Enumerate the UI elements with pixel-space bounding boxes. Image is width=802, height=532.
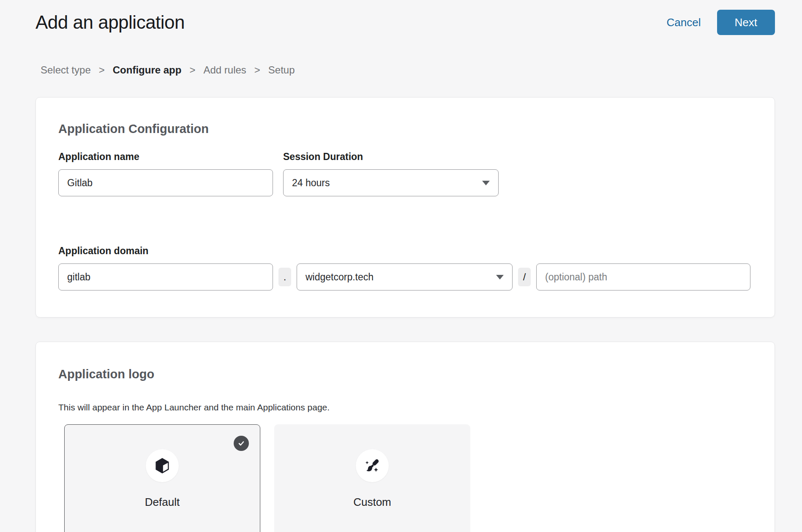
cube-icon — [153, 456, 172, 475]
logo-option-tiles: Default Custom — [64, 424, 750, 532]
page-header: Add an application Cancel Next — [0, 0, 802, 36]
breadcrumb-separator: > — [99, 64, 105, 76]
chevron-down-icon — [482, 181, 490, 185]
dot-separator: . — [278, 268, 291, 286]
logo-option-default[interactable]: Default — [64, 424, 260, 532]
domain-select-value: widgetcorp.tech — [306, 271, 374, 283]
logo-option-label: Custom — [353, 496, 391, 509]
breadcrumb-step-select-type[interactable]: Select type — [41, 64, 91, 76]
breadcrumb: Select type > Configure app > Add rules … — [41, 64, 802, 76]
application-name-field-group: Application name — [58, 151, 273, 196]
application-logo-card: Application logo This will appear in the… — [35, 342, 775, 532]
subdomain-input[interactable] — [58, 263, 273, 290]
cancel-button[interactable]: Cancel — [667, 16, 701, 29]
domain-select[interactable]: widgetcorp.tech — [297, 263, 513, 290]
application-domain-label: Application domain — [58, 245, 750, 257]
path-input[interactable] — [536, 263, 750, 290]
page-title: Add an application — [35, 12, 185, 33]
section-title-application-configuration: Application Configuration — [58, 122, 750, 136]
application-logo-description: This will appear in the App Launcher and… — [58, 402, 750, 413]
header-actions: Cancel Next — [667, 10, 775, 35]
breadcrumb-step-add-rules[interactable]: Add rules — [203, 64, 246, 76]
breadcrumb-step-configure-app[interactable]: Configure app — [113, 64, 182, 76]
slash-separator: / — [518, 268, 531, 286]
logo-option-custom[interactable]: Custom — [274, 424, 470, 532]
breadcrumb-separator: > — [189, 64, 195, 76]
application-name-label: Application name — [58, 151, 139, 162]
selected-check-icon — [234, 436, 249, 451]
name-duration-row: Application name Session Duration 24 hou… — [58, 151, 750, 196]
section-title-application-logo: Application logo — [58, 367, 750, 381]
application-domain-row: . widgetcorp.tech / — [58, 257, 750, 290]
default-logo-circle — [146, 449, 179, 482]
breadcrumb-separator: > — [254, 64, 260, 76]
session-duration-value: 24 hours — [292, 177, 330, 189]
next-button[interactable]: Next — [717, 10, 775, 35]
custom-logo-circle — [356, 449, 389, 482]
paintbrush-icon — [363, 456, 382, 475]
application-configuration-card: Application Configuration Application na… — [35, 97, 775, 318]
session-duration-label: Session Duration — [283, 151, 363, 162]
application-name-input[interactable] — [58, 169, 273, 196]
session-duration-field-group: Session Duration 24 hours — [283, 151, 499, 196]
chevron-down-icon — [496, 275, 504, 280]
session-duration-select[interactable]: 24 hours — [283, 169, 499, 196]
logo-option-label: Default — [145, 496, 180, 509]
breadcrumb-step-setup[interactable]: Setup — [268, 64, 295, 76]
